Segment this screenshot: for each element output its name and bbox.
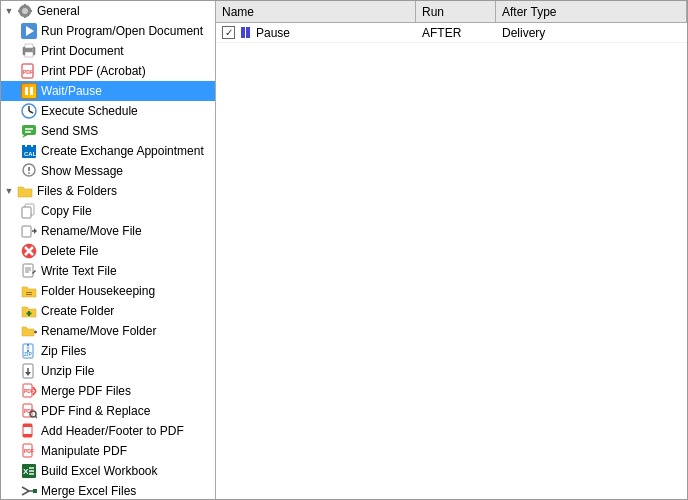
svg-rect-74 xyxy=(29,470,34,472)
table-body[interactable]: Pause AFTER Delivery xyxy=(216,23,687,499)
svg-text:ZIP: ZIP xyxy=(24,351,32,357)
tree-item-write-text[interactable]: Write Text File xyxy=(1,261,215,281)
svg-rect-9 xyxy=(25,44,33,48)
create-folder-icon xyxy=(21,303,37,319)
col-header-run[interactable]: Run xyxy=(416,1,496,22)
tree-item-print-pdf[interactable]: PDF Print PDF (Acrobat) xyxy=(1,61,215,81)
left-panel[interactable]: ▼ General Run Program/Open Document xyxy=(1,1,216,499)
execute-schedule-label: Execute Schedule xyxy=(41,104,138,118)
manipulate-pdf-label: Manipulate PDF xyxy=(41,444,127,458)
svg-rect-51 xyxy=(27,344,29,346)
tree-item-delete-file[interactable]: Delete File xyxy=(1,241,215,261)
tree-item-create-folder[interactable]: Create Folder xyxy=(1,301,215,321)
svg-rect-25 xyxy=(22,145,36,149)
svg-marker-49 xyxy=(35,330,37,334)
svg-marker-21 xyxy=(22,135,28,138)
run-program-label: Run Program/Open Document xyxy=(41,24,203,38)
tree-item-send-sms[interactable]: Send SMS xyxy=(1,121,215,141)
svg-rect-26 xyxy=(25,143,27,147)
svg-point-11 xyxy=(32,49,34,51)
svg-text:CAL: CAL xyxy=(24,151,37,157)
svg-rect-5 xyxy=(29,10,32,12)
unzip-file-icon xyxy=(21,363,37,379)
tree-item-add-header-footer[interactable]: Add Header/Footer to PDF xyxy=(1,421,215,441)
tree-item-merge-excel[interactable]: Merge Excel Files xyxy=(1,481,215,499)
svg-rect-16 xyxy=(30,87,33,95)
merge-pdf-icon: PDF xyxy=(21,383,37,399)
svg-rect-44 xyxy=(26,292,32,293)
delete-file-label: Delete File xyxy=(41,244,98,258)
svg-marker-36 xyxy=(34,228,37,234)
merge-pdf-label: Merge PDF Files xyxy=(41,384,131,398)
pdf-find-replace-icon: PDF xyxy=(21,403,37,419)
wait-pause-icon xyxy=(21,83,37,99)
files-folders-label: Files & Folders xyxy=(37,184,117,198)
tree-item-manipulate-pdf[interactable]: PDF Manipulate PDF xyxy=(1,441,215,461)
row-after-type-cell: Delivery xyxy=(496,24,687,42)
svg-rect-2 xyxy=(24,4,26,7)
svg-rect-3 xyxy=(24,15,26,18)
row-checkbox[interactable] xyxy=(222,26,235,39)
svg-rect-67 xyxy=(23,424,32,427)
col-header-name[interactable]: Name xyxy=(216,1,416,22)
general-section-label: General xyxy=(37,4,80,18)
tree-item-show-message[interactable]: Show Message xyxy=(1,161,215,181)
svg-rect-33 xyxy=(22,207,31,218)
svg-text:X: X xyxy=(23,467,29,476)
svg-point-1 xyxy=(22,8,28,14)
row-name-label: Pause xyxy=(256,26,290,40)
tree-item-folder-housekeeping[interactable]: Folder Housekeeping xyxy=(1,281,215,301)
zip-files-label: Zip Files xyxy=(41,344,86,358)
unzip-file-label: Unzip File xyxy=(41,364,94,378)
svg-rect-75 xyxy=(29,473,34,475)
svg-text:PDF: PDF xyxy=(24,388,34,394)
tree-item-rename-move[interactable]: Rename/Move File xyxy=(1,221,215,241)
folder-housekeeping-icon xyxy=(21,283,37,299)
send-sms-label: Send SMS xyxy=(41,124,98,138)
files-folders-section-icon xyxy=(17,183,33,199)
tree-item-copy-file[interactable]: Copy File xyxy=(1,201,215,221)
section-files-folders[interactable]: ▼ Files & Folders xyxy=(1,181,215,201)
table-row[interactable]: Pause AFTER Delivery xyxy=(216,23,687,43)
write-text-label: Write Text File xyxy=(41,264,117,278)
tree-item-pdf-find-replace[interactable]: PDF PDF Find & Replace xyxy=(1,401,215,421)
table-header: Name Run After Type xyxy=(216,1,687,23)
build-excel-icon: X xyxy=(21,463,37,479)
row-name-cell: Pause xyxy=(216,24,416,42)
run-program-icon xyxy=(21,23,37,39)
add-header-footer-icon xyxy=(21,423,37,439)
svg-rect-10 xyxy=(25,52,33,57)
section-general[interactable]: ▼ General xyxy=(1,1,215,21)
row-run-cell: AFTER xyxy=(416,24,496,42)
general-section-icon xyxy=(17,3,33,19)
copy-file-label: Copy File xyxy=(41,204,92,218)
tree-item-zip-files[interactable]: ZIP Zip Files xyxy=(1,341,215,361)
tree-item-wait-pause[interactable]: Wait/Pause xyxy=(1,81,215,101)
tree-item-print-document[interactable]: Print Document xyxy=(1,41,215,61)
create-exchange-icon: CAL xyxy=(21,143,37,159)
folder-housekeeping-label: Folder Housekeeping xyxy=(41,284,155,298)
main-container: ▼ General Run Program/Open Document xyxy=(0,0,688,500)
tree-item-execute-schedule[interactable]: Execute Schedule xyxy=(1,101,215,121)
col-header-after-type[interactable]: After Type xyxy=(496,1,687,22)
rename-move-folder-label: Rename/Move Folder xyxy=(41,324,156,338)
pause-icon xyxy=(241,27,250,38)
right-panel: Name Run After Type Pause xyxy=(216,1,687,499)
expand-general-arrow: ▼ xyxy=(3,5,15,17)
print-pdf-label: Print PDF (Acrobat) xyxy=(41,64,146,78)
tree-item-run-program[interactable]: Run Program/Open Document xyxy=(1,21,215,41)
print-document-label: Print Document xyxy=(41,44,124,58)
tree-item-merge-pdf[interactable]: PDF Merge PDF Files xyxy=(1,381,215,401)
wait-pause-label: Wait/Pause xyxy=(41,84,102,98)
tree-item-create-exchange[interactable]: CAL Create Exchange Appointment xyxy=(1,141,215,161)
delete-file-icon xyxy=(21,243,37,259)
tree-item-unzip-file[interactable]: Unzip File xyxy=(1,361,215,381)
tree-item-rename-move-folder[interactable]: Rename/Move Folder xyxy=(1,321,215,341)
tree-item-build-excel[interactable]: X Build Excel Workbook xyxy=(1,461,215,481)
svg-rect-68 xyxy=(23,434,32,437)
execute-schedule-icon xyxy=(21,103,37,119)
create-exchange-label: Create Exchange Appointment xyxy=(41,144,204,158)
add-header-footer-label: Add Header/Footer to PDF xyxy=(41,424,184,438)
print-pdf-icon: PDF xyxy=(21,63,37,79)
pdf-find-replace-label: PDF Find & Replace xyxy=(41,404,150,418)
